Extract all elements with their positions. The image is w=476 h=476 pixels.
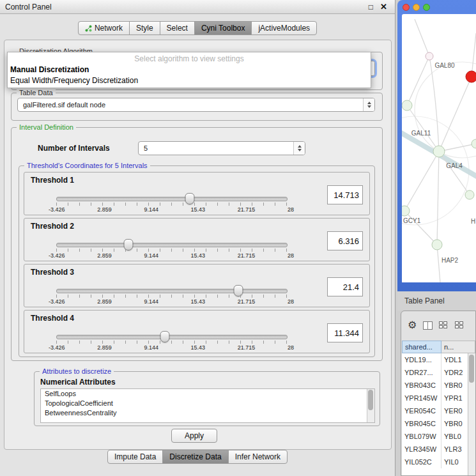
number-of-intervals-value: 5 xyxy=(139,144,293,152)
threshold-1-label: Threshold 1 xyxy=(31,176,74,185)
threshold-3-label: Threshold 3 xyxy=(31,268,74,277)
tab-jactivemodules[interactable]: jActiveModules xyxy=(251,21,317,35)
list-item[interactable]: SelfLoops xyxy=(41,389,374,399)
top-tab-bar: Network Style Select Cyni Toolbox jActiv… xyxy=(0,21,395,35)
threshold-4-panel: Threshold 4 -3.4262.8599.14415.4321.7152… xyxy=(24,310,370,353)
slider-tick-labels: -3.4262.8599.14415.4321.71528 xyxy=(49,344,294,351)
slider-tick-labels: -3.4262.8599.14415.4321.71528 xyxy=(49,298,294,305)
network-graph: GAL80 GAL11 GAL4 GCY1 HAP2 H xyxy=(402,14,476,282)
minimize-icon[interactable]: □ xyxy=(369,0,373,14)
table-row[interactable]: YDL19...YDL1 xyxy=(402,353,468,366)
list-scrollbar[interactable] xyxy=(367,389,374,422)
network-icon xyxy=(85,25,92,32)
node-label: GAL80 xyxy=(434,62,455,69)
interval-definition-label: Interval Definition xyxy=(17,123,76,131)
table-row[interactable]: YBL079WYBL0 xyxy=(402,430,468,443)
table-row[interactable]: YER054CYER0 xyxy=(402,404,468,417)
node-label: GCY1 xyxy=(403,217,421,224)
table-row[interactable]: YLR345WYLR3 xyxy=(402,443,468,456)
list-item[interactable]: BetweennessCentrality xyxy=(41,408,374,418)
table-row[interactable]: YBR043CYBR0 xyxy=(402,379,468,392)
slider-ticks xyxy=(56,203,287,206)
slider-ticks xyxy=(56,295,287,298)
tab-cyni-toolbox[interactable]: Cyni Toolbox xyxy=(194,21,252,35)
tab-select[interactable]: Select xyxy=(160,21,195,35)
network-node[interactable] xyxy=(472,139,476,148)
network-node-selected[interactable] xyxy=(466,71,476,82)
threshold-2-value-field[interactable]: 6.316 xyxy=(327,231,363,250)
tab-discretize-data[interactable]: Discretize Data xyxy=(162,450,228,464)
node-label: H xyxy=(471,218,475,225)
thresholds-group-label: Threshold's Coordinates for 5 Intervals xyxy=(24,162,150,169)
close-icon[interactable]: ✕ xyxy=(380,0,387,14)
node-label: GAL11 xyxy=(411,130,431,137)
threshold-4-value-field[interactable]: 11.344 xyxy=(327,323,363,342)
tab-network[interactable]: Network xyxy=(78,21,130,35)
network-node[interactable] xyxy=(432,240,442,250)
tab-network-label: Network xyxy=(95,22,123,35)
dropdown-placeholder: Select algorithm to view settings xyxy=(8,54,371,65)
gear-icon[interactable]: ⚙ xyxy=(408,320,417,330)
checkbox-grid-icon[interactable] xyxy=(439,321,449,330)
number-of-intervals-select[interactable]: 5 xyxy=(138,141,305,155)
apply-button[interactable]: Apply xyxy=(171,429,217,443)
table-body: YDL19...YDL1 YDR27...YDR2 YBR043CYBR0 YP… xyxy=(402,353,468,475)
threshold-1-value-field[interactable]: 14.713 xyxy=(327,185,363,204)
table-toolbar: ⚙ xyxy=(401,311,475,339)
network-node[interactable] xyxy=(402,100,412,111)
table-panel-window: ⚙ shared... n... YDL19...YDL1 YDR27...YD… xyxy=(401,311,476,476)
network-canvas[interactable]: GAL80 GAL11 GAL4 GCY1 HAP2 H xyxy=(402,14,476,282)
bottom-tab-bar: Impute Data Discretize Data Infer Networ… xyxy=(0,450,395,464)
stepper-icon xyxy=(363,98,374,111)
threshold-3-panel: Threshold 3 -3.4262.8599.14415.4321.7152… xyxy=(24,264,370,307)
dropdown-option-manual-discretization[interactable]: Manual Discretization xyxy=(8,65,371,75)
control-panel-titlebar: Control Panel xyxy=(0,0,395,14)
table-data-select[interactable]: galFiltered.sif default node xyxy=(17,98,375,112)
network-node[interactable] xyxy=(402,206,410,216)
slider-tick-labels: -3.4262.8599.14415.4321.71528 xyxy=(49,252,294,259)
table-panel-title: Table Panel xyxy=(397,291,476,311)
table-data-value: galFiltered.sif default node xyxy=(18,101,363,109)
columns-icon[interactable] xyxy=(423,321,433,330)
node-label: HAP2 xyxy=(441,257,459,264)
network-node[interactable] xyxy=(426,52,433,60)
table-header-name[interactable]: n... xyxy=(441,341,475,353)
dropdown-option-equal-width[interactable]: Equal Width/Frequency Discretization xyxy=(8,75,371,86)
algorithm-dropdown-list: Select algorithm to view settings Manual… xyxy=(7,52,371,88)
screenshot-root: Control Panel □ ✕ Network Style Select C… xyxy=(0,0,476,476)
threshold-1-slider[interactable] xyxy=(56,197,288,201)
table-row[interactable]: YIL052CYIL0 xyxy=(402,456,468,468)
traffic-red-close-icon[interactable] xyxy=(403,4,410,11)
threshold-3-value-field[interactable]: 21.4 xyxy=(327,277,363,296)
threshold-1-panel: Threshold 1 -3.4262.8599.14415.4321.7152… xyxy=(24,172,370,215)
control-panel-window: Control Panel □ ✕ Network Style Select C… xyxy=(0,0,395,476)
traffic-green-zoom-icon[interactable] xyxy=(423,4,430,11)
list-item[interactable]: TopologicalCoefficient xyxy=(41,399,374,408)
checkbox-grid-icon[interactable] xyxy=(455,321,464,330)
node-label: GAL4 xyxy=(446,162,463,169)
numerical-attributes-label: Numerical Attributes xyxy=(40,378,116,387)
table-data-label: Table Data xyxy=(17,89,56,96)
threshold-2-slider[interactable] xyxy=(56,243,288,247)
table-header-shared[interactable]: shared... xyxy=(402,341,441,353)
table-scrollbar[interactable] xyxy=(468,353,475,475)
tab-infer-network[interactable]: Infer Network xyxy=(228,450,288,464)
threshold-3-slider[interactable] xyxy=(56,289,288,293)
network-node[interactable] xyxy=(465,190,474,199)
threshold-2-label: Threshold 2 xyxy=(31,222,74,231)
slider-tick-labels: -3.4262.8599.14415.4321.71528 xyxy=(49,206,294,213)
table-row[interactable]: YPR145WYPR1 xyxy=(402,392,468,404)
tab-style[interactable]: Style xyxy=(129,21,160,35)
cyni-toolbox-panel: Discretization Algorithm Select algorith… xyxy=(4,40,392,450)
threshold-2-panel: Threshold 2 -3.4262.8599.14415.4321.7152… xyxy=(24,218,370,261)
threshold-4-slider[interactable] xyxy=(56,335,288,339)
table-row[interactable]: YDR27...YDR2 xyxy=(402,366,468,379)
stepper-icon xyxy=(293,142,305,155)
traffic-yellow-minimize-icon[interactable] xyxy=(413,4,420,11)
tab-impute-data[interactable]: Impute Data xyxy=(107,450,163,464)
threshold-4-label: Threshold 4 xyxy=(31,314,74,323)
table-row[interactable]: YBR045CYBR0 xyxy=(402,417,468,430)
network-node[interactable] xyxy=(433,146,445,157)
numerical-attributes-list: SelfLoops TopologicalCoefficient Between… xyxy=(40,388,375,423)
control-panel-title: Control Panel xyxy=(5,3,52,12)
